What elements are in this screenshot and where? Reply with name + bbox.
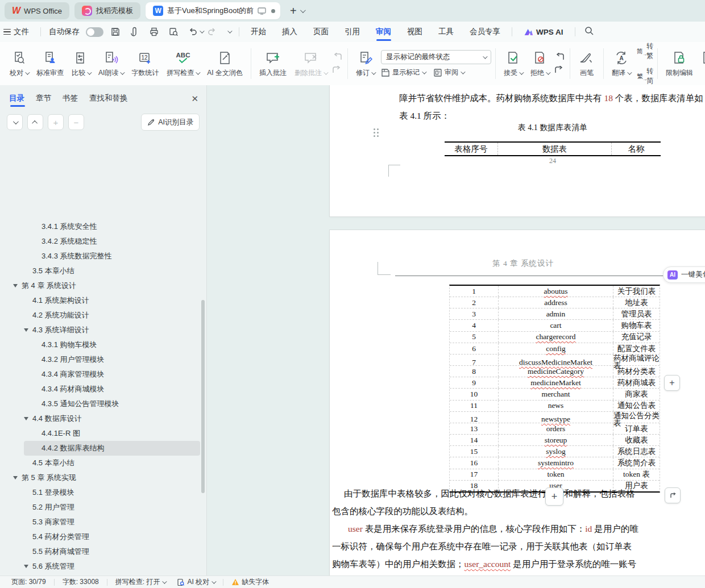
menu-tab-审阅[interactable]: 审阅 [376, 22, 391, 42]
db-table-row[interactable]: 1aboutus关于我们表 [450, 286, 660, 297]
toc-expand-down-button[interactable] [7, 114, 23, 130]
toc-item[interactable]: 5.2 用户管理 [0, 500, 206, 515]
ai-polish-button[interactable]: AI 全文润色 [203, 47, 247, 80]
reject-change-button[interactable]: 拒绝 [526, 47, 553, 80]
toc-item[interactable]: 4.3.4 商家管理模块 [0, 367, 206, 382]
toc-item[interactable]: 4.3.4 药材商城模块 [0, 382, 206, 397]
menu-tab-工具[interactable]: 工具 [438, 22, 454, 42]
db-table-row[interactable]: 8medicineCategory药材分类表 [450, 366, 660, 377]
toc-item[interactable]: 5.5 药材商城管理 [0, 544, 206, 559]
db-table-row[interactable]: 2address地址表 [450, 297, 660, 308]
standard-review-button[interactable]: 标准审查 [32, 47, 68, 80]
table-insert-column-button[interactable]: + [664, 375, 680, 391]
menu-tab-会员专享[interactable]: 会员专享 [470, 22, 500, 42]
db-table-body[interactable]: 1aboutus关于我们表2address地址表3admin管理员表4cart购… [449, 285, 660, 493]
db-table-row[interactable]: 13orders订单表 [450, 423, 660, 435]
translate-button[interactable]: A 翻译 [608, 47, 634, 80]
tab-wps-office[interactable]: W WPS Office [5, 2, 69, 19]
wps-ai-button[interactable]: WPS AI [524, 22, 563, 42]
sidebar-scrollbar-thumb[interactable] [201, 300, 205, 493]
sidebar-tab-目录[interactable]: 目录 [9, 93, 24, 108]
toolbar-more-chevron-icon[interactable] [227, 28, 232, 33]
toc-item[interactable]: 4.3.5 通知公告管理模块 [0, 397, 206, 411]
db-table-row[interactable]: 3admin管理员表 [450, 308, 660, 320]
toc-item[interactable]: 3.4.1 系统安全性 [0, 219, 206, 234]
menu-tab-开始[interactable]: 开始 [251, 22, 266, 42]
toc-collapse-arrow-icon[interactable] [24, 417, 28, 420]
toc-item[interactable]: 5.6 系统管理 [0, 559, 206, 574]
export-pdf-button[interactable] [129, 26, 140, 37]
markup-state-dropdown[interactable]: 显示标记的最终状态 [381, 50, 491, 64]
table-insert-row-button[interactable]: + [545, 487, 563, 506]
db-table-row[interactable]: 14storeup收藏表 [450, 435, 660, 446]
ai-beautify-button[interactable]: AI 一键美化 [663, 266, 705, 283]
save-button[interactable] [110, 26, 121, 37]
spell-check-status[interactable]: 拼写检查: 打开 [112, 577, 169, 587]
sidebar-tab-书签[interactable]: 书签 [63, 93, 78, 108]
insert-comment-button[interactable]: 插入批注 [255, 47, 291, 80]
toc-item[interactable]: 4.3.1 购物车模块 [0, 337, 206, 352]
sidebar-tab-查找和替换[interactable]: 查找和替换 [89, 93, 128, 108]
toc-item[interactable]: 第 5 章 系统实现 [0, 470, 206, 485]
undo-button[interactable] [187, 26, 198, 37]
db-table-row[interactable]: 16systemintro系统简介表 [450, 457, 660, 469]
menu-tab-插入[interactable]: 插入 [282, 22, 297, 42]
autosave-toggle-group[interactable]: 自动保存 [49, 22, 103, 42]
undo-history-chevron-icon[interactable] [200, 28, 204, 33]
table-resize-handle-button[interactable] [665, 487, 681, 503]
toc-item[interactable]: 5.4 药材分类管理 [0, 529, 206, 544]
accept-change-button[interactable]: 接受 [500, 47, 526, 80]
db-table-row[interactable]: 7discussMedicineMarket药材商城评论表 [450, 355, 660, 366]
menu-tab-引用[interactable]: 引用 [345, 22, 360, 42]
toc-collapse-arrow-icon[interactable] [13, 476, 18, 479]
toc-item[interactable]: 4.5 本章小结 [0, 456, 206, 470]
toc-item[interactable]: 4.4 数据库设计 [0, 411, 206, 426]
spell-check-button[interactable]: ABC 拼写检查 [163, 47, 203, 80]
autosave-toggle[interactable] [86, 27, 103, 37]
toc-item[interactable]: 4.3.2 用户管理模块 [0, 352, 206, 367]
proofread-button[interactable]: 校对 [6, 47, 32, 80]
track-changes-button[interactable]: 修订 [352, 47, 379, 80]
db-table-row[interactable]: 17tokentoken 表 [450, 469, 660, 481]
table-drag-handle-icon[interactable] [374, 128, 382, 139]
redo-button[interactable] [206, 26, 218, 37]
toc-item[interactable]: 4.3 系统详细设计 [0, 323, 206, 337]
search-button[interactable] [584, 26, 594, 37]
db-table-row[interactable]: 9medicineMarket药材商城表 [450, 377, 660, 389]
review-pane-button[interactable]: 审阅 [433, 68, 464, 77]
toc-collapse-arrow-icon[interactable] [24, 565, 28, 568]
db-table-row[interactable]: 11news通知公告表 [450, 401, 660, 412]
missing-font-warning[interactable]: 缺失字体 [228, 577, 272, 587]
toc-item[interactable]: 4.2 系统功能设计 [0, 308, 206, 323]
db-table-row[interactable]: 10merchant商家表 [450, 389, 660, 400]
toc-item[interactable]: 3.4.2 系统稳定性 [0, 234, 206, 249]
ai-recognize-toc-button[interactable]: AI识别目录 [141, 114, 200, 131]
toc-item[interactable]: 4.4.1E-R 图 [0, 426, 206, 441]
new-tab-button[interactable]: + [290, 5, 297, 16]
word-count-button[interactable]: 12 字数统计 [127, 47, 163, 80]
page-indicator[interactable]: 页面: 30/79 [8, 577, 49, 587]
show-markup-button[interactable]: 显示标记 [381, 68, 425, 77]
file-menu[interactable]: 文件 [3, 22, 29, 42]
toc-item[interactable]: 4.4.2 数据库表结构 [0, 441, 206, 456]
toc-collapse-arrow-icon[interactable] [24, 328, 28, 332]
print-preview-button[interactable] [168, 26, 179, 37]
clipped-ribbon-button[interactable]: 文 [697, 47, 705, 80]
toc-item[interactable]: 5.1 登录模块 [0, 485, 206, 500]
tab-template-store[interactable]: 找稻壳模板 [74, 2, 140, 19]
toc-item[interactable]: 3.5 本章小结 [0, 264, 206, 278]
document-page-25[interactable]: 第 4 章 系统设计 1aboutus关于我们表2address地址表3admi… [330, 230, 705, 576]
to-traditional-button[interactable]: 简 转繁 [637, 41, 653, 61]
toc-item[interactable]: 3.4.3 系统数据完整性 [0, 249, 206, 264]
restrict-editing-button[interactable]: 限制编辑 [662, 47, 697, 80]
toc-collapse-arrow-icon[interactable] [13, 284, 18, 287]
document-page-24[interactable]: 障并节省软件维护成本。药材购物系统数据库中共有 18 个表，数据库表清单如 表 … [330, 85, 705, 216]
db-table-row[interactable]: 6config配置文件表 [450, 343, 660, 355]
print-button[interactable] [148, 26, 160, 37]
ai-read-aloud-button[interactable]: AI朗读 [94, 47, 127, 80]
sidebar-tab-章节[interactable]: 章节 [36, 93, 51, 108]
toc-collapse-up-button[interactable] [27, 114, 43, 130]
toc-item[interactable]: 第 4 章 系统设计 [0, 278, 206, 293]
toc-item[interactable]: 5.3 商家管理 [0, 515, 206, 529]
toc-item[interactable]: 4.1 系统架构设计 [0, 293, 206, 308]
